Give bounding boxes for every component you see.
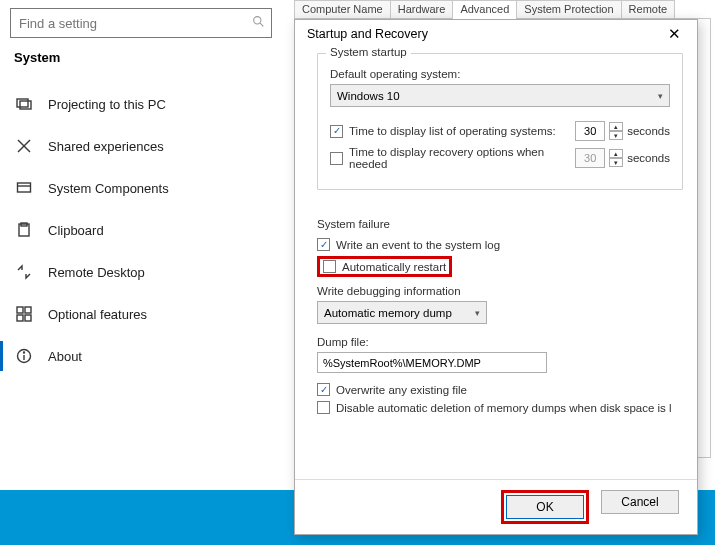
chevron-down-icon: ▾ — [475, 308, 480, 318]
seconds-label: seconds — [627, 125, 670, 137]
section-heading: System — [14, 50, 285, 65]
debug-info-value: Automatic memory dump — [324, 307, 452, 319]
sidebar-item-shared[interactable]: Shared experiences — [0, 125, 285, 167]
auto-restart-label: Automatically restart — [342, 261, 446, 273]
display-os-list-seconds[interactable] — [575, 121, 605, 141]
components-icon — [14, 178, 34, 198]
spinner-buttons: ▴▾ — [609, 149, 623, 167]
optional-icon — [14, 304, 34, 324]
cancel-button[interactable]: Cancel — [601, 490, 679, 514]
svg-rect-10 — [17, 307, 23, 313]
group-title: System failure — [317, 218, 683, 230]
tab-computer-name[interactable]: Computer Name — [294, 0, 391, 19]
display-recovery-label: Time to display recovery options when ne… — [349, 146, 571, 170]
svg-point-16 — [24, 352, 25, 353]
svg-rect-2 — [17, 99, 28, 107]
svg-line-1 — [260, 23, 263, 26]
sidebar-item-label: Remote Desktop — [48, 265, 145, 280]
sidebar-item-label: Clipboard — [48, 223, 104, 238]
sidebar-item-about[interactable]: About — [0, 335, 285, 377]
sidebar-item-label: System Components — [48, 181, 169, 196]
spinner-buttons[interactable]: ▴▾ — [609, 122, 623, 140]
rdp-icon — [14, 262, 34, 282]
group-system-failure: System failure ✓ Write an event to the s… — [317, 204, 683, 433]
dialog-title: Startup and Recovery — [307, 27, 428, 41]
checkbox-disable-delete[interactable] — [317, 401, 330, 414]
default-os-select[interactable]: Windows 10 ▾ — [330, 84, 670, 107]
checkbox-display-os-list[interactable]: ✓ — [330, 125, 343, 138]
svg-rect-3 — [20, 101, 31, 109]
debug-info-select[interactable]: Automatic memory dump ▾ — [317, 301, 487, 324]
display-recovery-seconds — [575, 148, 605, 168]
default-os-label: Default operating system: — [330, 68, 670, 80]
overwrite-label: Overwrite any existing file — [336, 384, 467, 396]
group-title: System startup — [326, 46, 411, 58]
sidebar-item-label: Shared experiences — [48, 139, 164, 154]
auto-restart-highlight: Automatically restart — [317, 256, 452, 277]
shared-icon — [14, 136, 34, 156]
tab-advanced[interactable]: Advanced — [452, 0, 517, 19]
projecting-icon — [14, 94, 34, 114]
svg-rect-11 — [25, 307, 31, 313]
tab-system-protection[interactable]: System Protection — [516, 0, 621, 19]
sidebar-item-label: Projecting to this PC — [48, 97, 166, 112]
svg-rect-13 — [25, 315, 31, 321]
default-os-value: Windows 10 — [337, 90, 400, 102]
checkbox-auto-restart[interactable] — [323, 260, 336, 273]
tab-remote[interactable]: Remote — [621, 0, 676, 19]
svg-rect-12 — [17, 315, 23, 321]
dialog-body: System startup Default operating system:… — [295, 49, 697, 479]
search-icon — [245, 15, 271, 31]
dump-file-label: Dump file: — [317, 336, 683, 348]
display-os-list-label: Time to display list of operating system… — [349, 125, 571, 137]
search-input[interactable] — [11, 10, 245, 37]
settings-pane: System Projecting to this PCShared exper… — [0, 8, 285, 478]
sidebar-item-optional[interactable]: Optional features — [0, 293, 285, 335]
debug-info-label: Write debugging information — [317, 285, 683, 297]
dialog-footer: OK Cancel — [295, 479, 697, 534]
sidebar-item-label: About — [48, 349, 82, 364]
system-properties-tabs: Computer NameHardwareAdvancedSystem Prot… — [294, 0, 711, 18]
group-system-startup: System startup Default operating system:… — [317, 53, 683, 190]
tab-hardware[interactable]: Hardware — [390, 0, 454, 19]
startup-recovery-dialog: Startup and Recovery ✕ System startup De… — [294, 19, 698, 535]
close-icon[interactable]: ✕ — [662, 26, 687, 41]
nav-list: Projecting to this PCShared experiencesS… — [0, 83, 285, 377]
svg-point-0 — [253, 17, 260, 24]
seconds-label: seconds — [627, 152, 670, 164]
svg-rect-6 — [18, 183, 31, 192]
dump-file-input[interactable] — [317, 352, 547, 373]
about-icon — [14, 346, 34, 366]
checkbox-overwrite[interactable]: ✓ — [317, 383, 330, 396]
clipboard-icon — [14, 220, 34, 240]
sidebar-item-components[interactable]: System Components — [0, 167, 285, 209]
disable-delete-label: Disable automatic deletion of memory dum… — [336, 402, 672, 414]
settings-search[interactable] — [10, 8, 272, 38]
checkbox-write-event[interactable]: ✓ — [317, 238, 330, 251]
sidebar-item-label: Optional features — [48, 307, 147, 322]
ok-button-highlight: OK — [501, 490, 589, 524]
sidebar-item-projecting[interactable]: Projecting to this PC — [0, 83, 285, 125]
ok-button[interactable]: OK — [506, 495, 584, 519]
checkbox-display-recovery[interactable] — [330, 152, 343, 165]
dialog-titlebar: Startup and Recovery ✕ — [295, 20, 697, 49]
sidebar-item-clipboard[interactable]: Clipboard — [0, 209, 285, 251]
sidebar-item-rdp[interactable]: Remote Desktop — [0, 251, 285, 293]
chevron-down-icon: ▾ — [658, 91, 663, 101]
write-event-label: Write an event to the system log — [336, 239, 500, 251]
